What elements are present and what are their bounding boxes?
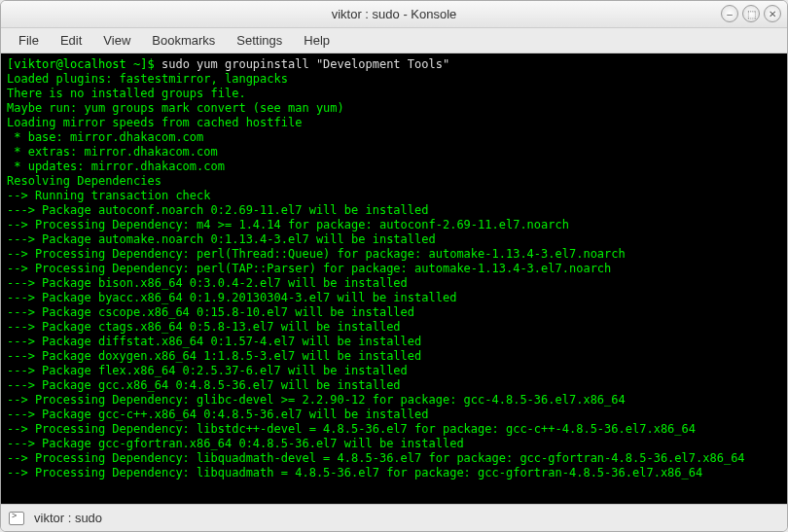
terminal-line: ---> Package ctags.x86_64 0:5.8-13.el7 w… bbox=[7, 320, 401, 334]
close-button[interactable]: ✕ bbox=[764, 5, 781, 22]
menu-file[interactable]: File bbox=[9, 30, 49, 51]
terminal-line: ---> Package bison.x86_64 0:3.0.4-2.el7 … bbox=[7, 276, 408, 290]
status-text: viktor : sudo bbox=[34, 511, 102, 525]
minimize-button[interactable]: – bbox=[721, 5, 738, 22]
shell-command: sudo yum groupinstall "Development Tools… bbox=[161, 57, 449, 71]
terminal-line: --> Processing Dependency: m4 >= 1.4.14 … bbox=[7, 218, 569, 231]
terminal-line: ---> Package byacc.x86_64 0:1.9.20130304… bbox=[7, 291, 456, 304]
window-title: viktor : sudo - Konsole bbox=[332, 7, 457, 21]
titlebar[interactable]: viktor : sudo - Konsole – ⬚ ✕ bbox=[1, 1, 787, 28]
terminal-line: ---> Package doxygen.x86_64 1:1.8.5-3.el… bbox=[7, 349, 421, 363]
menu-help[interactable]: Help bbox=[294, 30, 340, 51]
terminal-line: * extras: mirror.dhakacom.com bbox=[7, 145, 218, 159]
menu-bookmarks[interactable]: Bookmarks bbox=[142, 30, 225, 51]
terminal-line: ---> Package gcc.x86_64 0:4.8.5-36.el7 w… bbox=[7, 378, 401, 392]
terminal-line: --> Processing Dependency: libstdc++-dev… bbox=[7, 422, 696, 436]
close-icon: ✕ bbox=[769, 9, 776, 19]
terminal-line: --> Processing Dependency: libquadmath-d… bbox=[7, 451, 745, 465]
menubar: File Edit View Bookmarks Settings Help bbox=[1, 28, 787, 53]
terminal-line: There is no installed groups file. bbox=[7, 87, 246, 100]
terminal-line: * base: mirror.dhakacom.com bbox=[7, 130, 203, 144]
window-controls: – ⬚ ✕ bbox=[721, 5, 781, 22]
statusbar: viktor : sudo bbox=[1, 504, 787, 531]
maximize-button[interactable]: ⬚ bbox=[742, 5, 760, 22]
minimize-icon: – bbox=[727, 9, 733, 19]
terminal-line: --> Processing Dependency: perl(TAP::Par… bbox=[7, 262, 611, 275]
terminal-line: ---> Package autoconf.noarch 0:2.69-11.e… bbox=[7, 203, 428, 217]
terminal-line: ---> Package cscope.x86_64 0:15.8-10.el7… bbox=[7, 305, 414, 319]
maximize-icon: ⬚ bbox=[747, 9, 756, 19]
tab-icon[interactable] bbox=[9, 512, 24, 525]
terminal-line: * updates: mirror.dhakacom.com bbox=[7, 160, 225, 173]
terminal-line: --> Processing Dependency: libquadmath =… bbox=[7, 466, 702, 479]
terminal-line: Loading mirror speeds from cached hostfi… bbox=[7, 116, 302, 129]
terminal-line: Maybe run: yum groups mark convert (see … bbox=[7, 101, 344, 115]
terminal-line: ---> Package automake.noarch 0:1.13.4-3.… bbox=[7, 232, 436, 246]
terminal-line: ---> Package diffstat.x86_64 0:1.57-4.el… bbox=[7, 335, 421, 348]
terminal-line: ---> Package gcc-gfortran.x86_64 0:4.8.5… bbox=[7, 437, 464, 450]
terminal-line: ---> Package flex.x86_64 0:2.5.37-6.el7 … bbox=[7, 364, 408, 377]
terminal-line: Resolving Dependencies bbox=[7, 174, 161, 188]
terminal-line: --> Running transaction check bbox=[7, 189, 211, 202]
terminal-output[interactable]: [viktor@localhost ~]$ sudo yum groupinst… bbox=[1, 53, 787, 504]
terminal-line: --> Processing Dependency: glibc-devel >… bbox=[7, 393, 626, 407]
terminal-line: ---> Package gcc-c++.x86_64 0:4.8.5-36.e… bbox=[7, 408, 428, 421]
menu-settings[interactable]: Settings bbox=[227, 30, 292, 51]
terminal-line: --> Processing Dependency: perl(Thread::… bbox=[7, 247, 626, 261]
konsole-window: viktor : sudo - Konsole – ⬚ ✕ File Edit … bbox=[0, 0, 788, 532]
shell-prompt: [viktor@localhost ~]$ bbox=[7, 57, 161, 71]
menu-view[interactable]: View bbox=[93, 30, 140, 51]
terminal-line: Loaded plugins: fastestmirror, langpacks bbox=[7, 72, 288, 86]
menu-edit[interactable]: Edit bbox=[51, 30, 91, 51]
